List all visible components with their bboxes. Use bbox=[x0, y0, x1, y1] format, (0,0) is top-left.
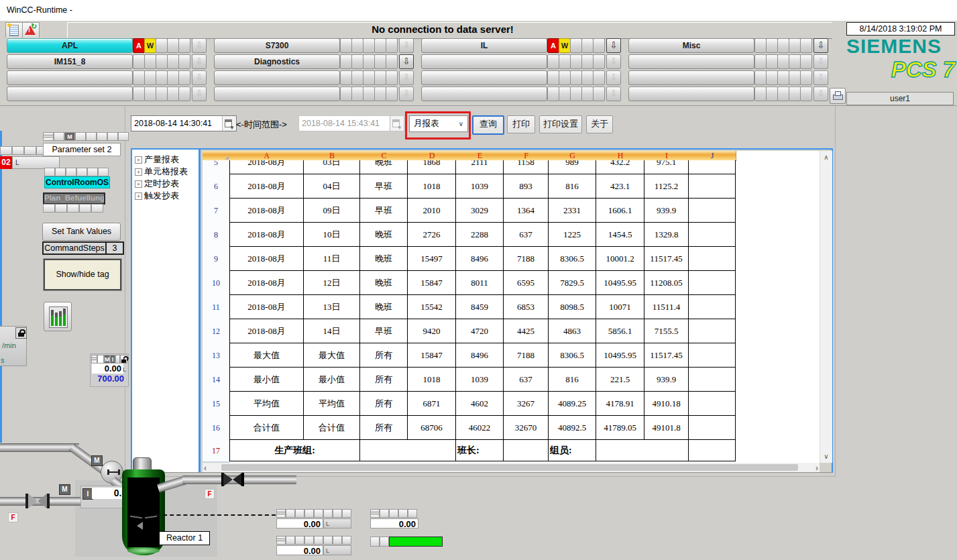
cell-G6[interactable]: 816 bbox=[549, 174, 596, 199]
column-header-D[interactable]: D bbox=[408, 151, 457, 161]
cell-B9[interactable]: 11日 bbox=[304, 247, 360, 271]
cell-D12[interactable]: 9420 bbox=[408, 319, 456, 343]
cell-J12[interactable] bbox=[689, 319, 736, 343]
group-expand-arrow[interactable]: ⇩ bbox=[192, 87, 207, 101]
end-time-picker[interactable]: 2018-08-14 15:43:41 ▼ bbox=[298, 115, 404, 131]
cell-C10[interactable]: 晚班 bbox=[360, 271, 408, 295]
cell-D7[interactable]: 2010 bbox=[408, 199, 456, 223]
column-header-F[interactable]: F bbox=[504, 151, 549, 161]
cell-J15[interactable] bbox=[689, 392, 736, 416]
cell-E6[interactable]: 1039 bbox=[456, 174, 504, 199]
print-setup-button[interactable]: 打印设置 bbox=[539, 115, 582, 133]
menu-cell[interactable] bbox=[91, 355, 97, 363]
cell-F12[interactable]: 4425 bbox=[504, 319, 549, 343]
cell-E10[interactable]: 8011 bbox=[456, 271, 504, 295]
cell-E14[interactable]: 1039 bbox=[456, 368, 504, 392]
cell-C5[interactable]: 晚班 bbox=[360, 160, 408, 174]
scroll-down-icon[interactable]: ∨ bbox=[820, 453, 832, 460]
show-hide-tag-button[interactable]: Show/hide tag bbox=[44, 259, 121, 290]
cell-A12[interactable]: 2018-08月 bbox=[229, 319, 304, 343]
footer-cell-2[interactable] bbox=[360, 440, 456, 461]
cell-G15[interactable]: 4089.25 bbox=[549, 392, 596, 416]
row-header-16[interactable]: 16 bbox=[203, 416, 230, 441]
group-expand-arrow[interactable]: ⇩ bbox=[813, 54, 828, 69]
cell-C14[interactable]: 所有 bbox=[360, 368, 408, 392]
cell-C11[interactable]: 晚班 bbox=[360, 295, 408, 319]
group-button-empty-r4c1[interactable] bbox=[7, 87, 133, 101]
about-button[interactable]: 关于 bbox=[586, 115, 613, 133]
cell-H6[interactable]: 423.1 bbox=[596, 174, 644, 199]
cell-J6[interactable] bbox=[689, 174, 736, 199]
group-button-empty-r3c3[interactable] bbox=[421, 70, 547, 85]
cell-A11[interactable]: 2018-08月 bbox=[229, 295, 304, 319]
row-header-13[interactable]: 13 bbox=[203, 343, 230, 368]
footer-cell-3[interactable]: 班长: bbox=[456, 440, 504, 461]
cell-F10[interactable]: 6595 bbox=[504, 271, 549, 295]
cell-J8[interactable] bbox=[689, 223, 736, 247]
scroll-up-icon[interactable]: ∧ bbox=[820, 154, 832, 161]
cell-G12[interactable]: 4863 bbox=[549, 319, 596, 343]
row-header-9[interactable]: 9 bbox=[203, 247, 230, 272]
valve-icon[interactable] bbox=[25, 493, 50, 509]
cell-H10[interactable]: 10495.95 bbox=[596, 271, 644, 295]
group-button-diagnostics[interactable]: Diagnostics bbox=[214, 54, 340, 69]
cell-A5[interactable]: 2018-08月 bbox=[229, 160, 304, 174]
cell-C6[interactable]: 早班 bbox=[360, 174, 408, 199]
group-expand-arrow[interactable]: ⇩ bbox=[606, 70, 621, 85]
cell-C16[interactable]: 所有 bbox=[360, 416, 408, 440]
cell-B8[interactable]: 10日 bbox=[304, 223, 360, 247]
column-header-H[interactable]: H bbox=[596, 151, 645, 161]
horizontal-scrollbar[interactable]: ‹ › bbox=[203, 463, 820, 472]
cell-C8[interactable]: 晚班 bbox=[360, 223, 408, 247]
cell-I7[interactable]: 939.9 bbox=[644, 199, 689, 223]
tree-item-4[interactable]: +触发抄表 bbox=[135, 190, 179, 201]
group-expand-arrow[interactable]: ⇩ bbox=[606, 87, 621, 101]
tree-item-3[interactable]: +定时抄表 bbox=[135, 178, 179, 189]
cell-D15[interactable]: 6871 bbox=[408, 392, 456, 416]
cell-B14[interactable]: 最小值 bbox=[304, 368, 360, 392]
cell-D11[interactable]: 15542 bbox=[408, 295, 456, 319]
cell-J11[interactable] bbox=[689, 295, 736, 319]
footer-cell-5[interactable]: 组员: bbox=[549, 440, 596, 461]
cell-E12[interactable]: 4720 bbox=[456, 319, 504, 343]
cell-A9[interactable]: 2018-08月 bbox=[229, 247, 304, 271]
cell-H8[interactable]: 1454.5 bbox=[596, 223, 644, 247]
cell-D6[interactable]: 1018 bbox=[408, 174, 456, 199]
group-button-empty-r3c2[interactable] bbox=[214, 70, 340, 85]
cell-I5[interactable]: 975.1 bbox=[644, 160, 689, 174]
cell-J9[interactable] bbox=[689, 247, 736, 271]
cell-E8[interactable]: 2288 bbox=[456, 223, 504, 247]
group-button-empty-r3c4[interactable] bbox=[628, 70, 754, 85]
cell-G5[interactable]: 989 bbox=[549, 160, 596, 174]
expand-plus-icon[interactable]: + bbox=[135, 156, 142, 164]
cell-J13[interactable] bbox=[689, 343, 736, 368]
cell-E5[interactable]: 2111 bbox=[456, 160, 504, 174]
group-button-apl[interactable]: APL bbox=[7, 38, 133, 53]
row-header-10[interactable]: 10 bbox=[203, 271, 230, 296]
group-button-empty-r4c4[interactable] bbox=[628, 87, 754, 101]
cell-A8[interactable]: 2018-08月 bbox=[229, 223, 304, 247]
cell-G16[interactable]: 40892.5 bbox=[549, 416, 596, 440]
start-calendar-button[interactable]: ▼ bbox=[222, 116, 236, 131]
set-tank-values-button[interactable]: Set Tank Values bbox=[42, 223, 121, 241]
row-header-11[interactable]: 11 bbox=[203, 295, 230, 320]
cell-I16[interactable]: 49101.8 bbox=[644, 416, 689, 440]
group-expand-arrow[interactable]: ⇩ bbox=[399, 54, 414, 69]
cell-B16[interactable]: 合计值 bbox=[304, 416, 360, 440]
cell-G10[interactable]: 7829.5 bbox=[549, 271, 596, 295]
group-expand-arrow[interactable]: ⇩ bbox=[192, 38, 207, 53]
mixer-button[interactable] bbox=[44, 302, 72, 331]
query-button[interactable]: 查询 bbox=[472, 115, 504, 135]
cell-B15[interactable]: 平均值 bbox=[304, 392, 360, 416]
cell-I11[interactable]: 11511.4 bbox=[644, 295, 689, 319]
column-header-A[interactable]: A bbox=[229, 151, 304, 161]
column-header-G[interactable]: G bbox=[549, 151, 597, 161]
column-header-C[interactable]: C bbox=[360, 151, 408, 161]
group-expand-arrow[interactable]: ⇩ bbox=[606, 38, 621, 53]
control-room-label[interactable]: ControlRoomOS bbox=[44, 176, 110, 188]
row-header-14[interactable]: 14 bbox=[203, 368, 230, 392]
cell-A6[interactable]: 2018-08月 bbox=[229, 174, 304, 199]
cell-E15[interactable]: 4602 bbox=[456, 392, 504, 416]
cell-H5[interactable]: 432.2 bbox=[596, 160, 644, 174]
cell-E7[interactable]: 3029 bbox=[456, 199, 504, 223]
